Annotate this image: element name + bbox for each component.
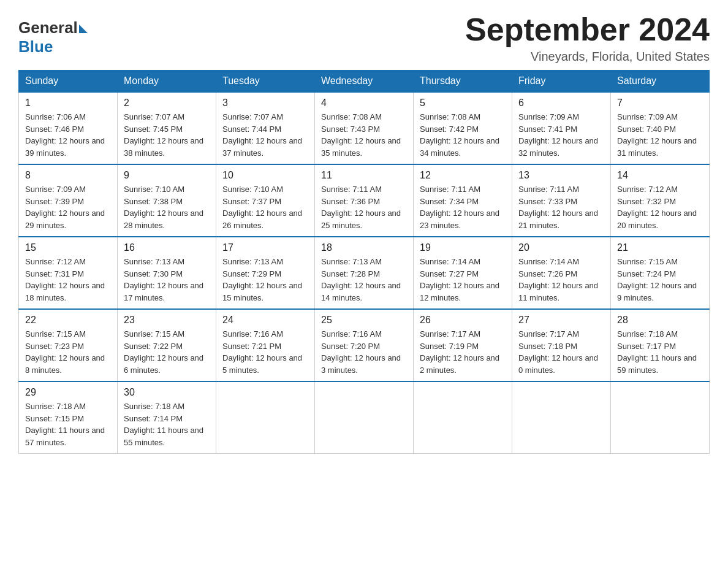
month-title: September 2024: [465, 12, 710, 47]
calendar-week-row: 29 Sunrise: 7:18 AM Sunset: 7:15 PM Dayl…: [19, 381, 710, 454]
day-info: Sunrise: 7:11 AM Sunset: 7:36 PM Dayligh…: [321, 183, 407, 231]
table-row: 10 Sunrise: 7:10 AM Sunset: 7:37 PM Dayl…: [216, 164, 315, 237]
day-number: 21: [617, 242, 703, 253]
calendar-week-row: 1 Sunrise: 7:06 AM Sunset: 7:46 PM Dayli…: [19, 92, 710, 164]
table-row: 14 Sunrise: 7:12 AM Sunset: 7:32 PM Dayl…: [611, 164, 710, 237]
day-info: Sunrise: 7:09 AM Sunset: 7:39 PM Dayligh…: [25, 183, 111, 231]
table-row: [216, 381, 315, 454]
table-row: 16 Sunrise: 7:13 AM Sunset: 7:30 PM Dayl…: [118, 237, 216, 309]
day-info: Sunrise: 7:15 AM Sunset: 7:22 PM Dayligh…: [124, 328, 210, 376]
day-info: Sunrise: 7:13 AM Sunset: 7:30 PM Dayligh…: [124, 256, 210, 304]
table-row: 27 Sunrise: 7:17 AM Sunset: 7:18 PM Dayl…: [512, 309, 611, 381]
logo-general-text: General: [18, 18, 78, 37]
table-row: 2 Sunrise: 7:07 AM Sunset: 7:45 PM Dayli…: [118, 92, 216, 164]
calendar-week-row: 22 Sunrise: 7:15 AM Sunset: 7:23 PM Dayl…: [19, 309, 710, 381]
table-row: 25 Sunrise: 7:16 AM Sunset: 7:20 PM Dayl…: [315, 309, 414, 381]
day-number: 16: [124, 242, 210, 253]
calendar-table: Sunday Monday Tuesday Wednesday Thursday…: [18, 70, 710, 454]
day-number: 28: [617, 315, 703, 326]
day-number: 9: [124, 170, 210, 181]
day-info: Sunrise: 7:17 AM Sunset: 7:18 PM Dayligh…: [518, 328, 604, 376]
day-info: Sunrise: 7:17 AM Sunset: 7:19 PM Dayligh…: [420, 328, 506, 376]
col-friday: Friday: [512, 71, 611, 93]
table-row: 21 Sunrise: 7:15 AM Sunset: 7:24 PM Dayl…: [611, 237, 710, 309]
table-row: 24 Sunrise: 7:16 AM Sunset: 7:21 PM Dayl…: [216, 309, 315, 381]
logo-blue-text: Blue: [18, 37, 88, 56]
table-row: 9 Sunrise: 7:10 AM Sunset: 7:38 PM Dayli…: [118, 164, 216, 237]
col-tuesday: Tuesday: [216, 71, 315, 93]
col-sunday: Sunday: [19, 71, 118, 93]
day-info: Sunrise: 7:07 AM Sunset: 7:44 PM Dayligh…: [222, 111, 308, 159]
table-row: 29 Sunrise: 7:18 AM Sunset: 7:15 PM Dayl…: [19, 381, 118, 454]
table-row: 5 Sunrise: 7:08 AM Sunset: 7:42 PM Dayli…: [414, 92, 512, 164]
day-number: 1: [25, 98, 111, 109]
table-row: 19 Sunrise: 7:14 AM Sunset: 7:27 PM Dayl…: [414, 237, 512, 309]
day-number: 10: [222, 170, 308, 181]
day-number: 23: [124, 315, 210, 326]
day-info: Sunrise: 7:10 AM Sunset: 7:37 PM Dayligh…: [222, 183, 308, 231]
day-number: 8: [25, 170, 111, 181]
day-info: Sunrise: 7:08 AM Sunset: 7:43 PM Dayligh…: [321, 111, 407, 159]
day-number: 30: [124, 387, 210, 398]
table-row: 1 Sunrise: 7:06 AM Sunset: 7:46 PM Dayli…: [19, 92, 118, 164]
day-info: Sunrise: 7:08 AM Sunset: 7:42 PM Dayligh…: [420, 111, 506, 159]
day-info: Sunrise: 7:11 AM Sunset: 7:33 PM Dayligh…: [518, 183, 604, 231]
day-number: 19: [420, 242, 506, 253]
table-row: 11 Sunrise: 7:11 AM Sunset: 7:36 PM Dayl…: [315, 164, 414, 237]
col-wednesday: Wednesday: [315, 71, 414, 93]
day-info: Sunrise: 7:14 AM Sunset: 7:27 PM Dayligh…: [420, 256, 506, 304]
day-number: 20: [518, 242, 604, 253]
logo: General Blue: [18, 18, 88, 56]
col-saturday: Saturday: [611, 71, 710, 93]
day-info: Sunrise: 7:07 AM Sunset: 7:45 PM Dayligh…: [124, 111, 210, 159]
day-number: 2: [124, 98, 210, 109]
day-number: 24: [222, 315, 308, 326]
day-info: Sunrise: 7:18 AM Sunset: 7:14 PM Dayligh…: [124, 400, 210, 448]
day-info: Sunrise: 7:12 AM Sunset: 7:32 PM Dayligh…: [617, 183, 703, 231]
day-number: 27: [518, 315, 604, 326]
day-number: 14: [617, 170, 703, 181]
calendar-week-row: 15 Sunrise: 7:12 AM Sunset: 7:31 PM Dayl…: [19, 237, 710, 309]
day-info: Sunrise: 7:18 AM Sunset: 7:15 PM Dayligh…: [25, 400, 111, 448]
table-row: [315, 381, 414, 454]
table-row: 17 Sunrise: 7:13 AM Sunset: 7:29 PM Dayl…: [216, 237, 315, 309]
table-row: 12 Sunrise: 7:11 AM Sunset: 7:34 PM Dayl…: [414, 164, 512, 237]
day-info: Sunrise: 7:15 AM Sunset: 7:24 PM Dayligh…: [617, 256, 703, 304]
table-row: 22 Sunrise: 7:15 AM Sunset: 7:23 PM Dayl…: [19, 309, 118, 381]
table-row: 18 Sunrise: 7:13 AM Sunset: 7:28 PM Dayl…: [315, 237, 414, 309]
day-number: 17: [222, 242, 308, 253]
table-row: 7 Sunrise: 7:09 AM Sunset: 7:40 PM Dayli…: [611, 92, 710, 164]
table-row: 30 Sunrise: 7:18 AM Sunset: 7:14 PM Dayl…: [118, 381, 216, 454]
table-row: [512, 381, 611, 454]
table-row: 26 Sunrise: 7:17 AM Sunset: 7:19 PM Dayl…: [414, 309, 512, 381]
day-number: 26: [420, 315, 506, 326]
day-number: 11: [321, 170, 407, 181]
logo-arrow-icon: [79, 25, 88, 33]
day-number: 18: [321, 242, 407, 253]
day-number: 3: [222, 98, 308, 109]
title-block: September 2024 Vineyards, Florida, Unite…: [465, 12, 710, 64]
day-info: Sunrise: 7:09 AM Sunset: 7:40 PM Dayligh…: [617, 111, 703, 159]
day-info: Sunrise: 7:12 AM Sunset: 7:31 PM Dayligh…: [25, 256, 111, 304]
table-row: 20 Sunrise: 7:14 AM Sunset: 7:26 PM Dayl…: [512, 237, 611, 309]
table-row: 23 Sunrise: 7:15 AM Sunset: 7:22 PM Dayl…: [118, 309, 216, 381]
day-info: Sunrise: 7:18 AM Sunset: 7:17 PM Dayligh…: [617, 328, 703, 376]
table-row: 8 Sunrise: 7:09 AM Sunset: 7:39 PM Dayli…: [19, 164, 118, 237]
table-row: 28 Sunrise: 7:18 AM Sunset: 7:17 PM Dayl…: [611, 309, 710, 381]
day-info: Sunrise: 7:06 AM Sunset: 7:46 PM Dayligh…: [25, 111, 111, 159]
day-number: 15: [25, 242, 111, 253]
day-number: 6: [518, 98, 604, 109]
table-row: 13 Sunrise: 7:11 AM Sunset: 7:33 PM Dayl…: [512, 164, 611, 237]
col-thursday: Thursday: [414, 71, 512, 93]
day-number: 7: [617, 98, 703, 109]
day-number: 29: [25, 387, 111, 398]
day-number: 13: [518, 170, 604, 181]
table-row: [414, 381, 512, 454]
day-number: 4: [321, 98, 407, 109]
calendar-week-row: 8 Sunrise: 7:09 AM Sunset: 7:39 PM Dayli…: [19, 164, 710, 237]
table-row: 6 Sunrise: 7:09 AM Sunset: 7:41 PM Dayli…: [512, 92, 611, 164]
day-number: 12: [420, 170, 506, 181]
day-info: Sunrise: 7:15 AM Sunset: 7:23 PM Dayligh…: [25, 328, 111, 376]
page-header: General Blue September 2024 Vineyards, F…: [18, 12, 710, 64]
calendar-header-row: Sunday Monday Tuesday Wednesday Thursday…: [19, 71, 710, 93]
